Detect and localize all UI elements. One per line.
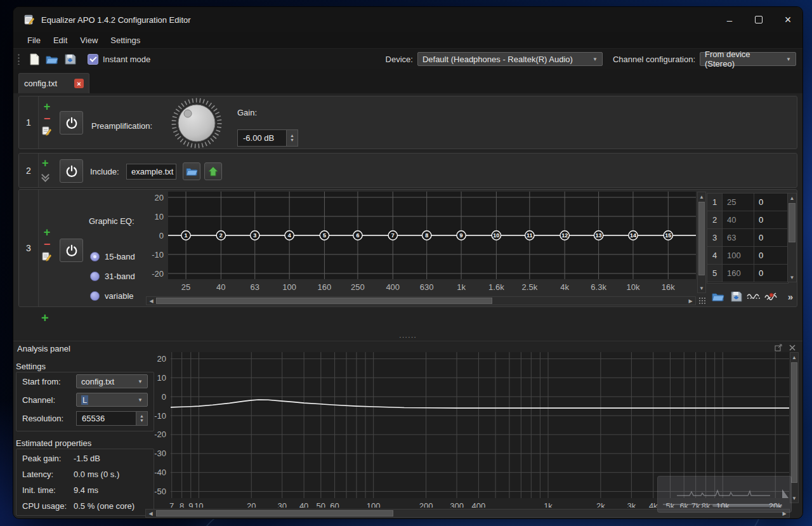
overlay-artifact: [657, 476, 792, 513]
gain-spinbox[interactable]: -6.00 dB ▲ ▼: [237, 129, 298, 147]
graphic-eq-chart[interactable]: 2540631001602504006301k1.6k2.5k4k6.3k10k…: [147, 190, 697, 294]
gain-cell[interactable]: 0: [754, 265, 787, 282]
radio-label: variable: [105, 291, 134, 301]
radio-15-band[interactable]: 15-band: [90, 252, 135, 261]
scroll-up-icon[interactable]: ▲: [698, 193, 705, 201]
scroll-up-icon[interactable]: ▲: [788, 194, 796, 202]
resize-grip[interactable]: [698, 297, 706, 305]
add-filter-button[interactable]: +: [44, 102, 51, 112]
svg-text:20: 20: [155, 193, 164, 202]
start-from-select[interactable]: config.txt ▼: [76, 374, 148, 388]
add-new-filter-button[interactable]: +: [41, 313, 49, 323]
edit-icon[interactable]: [42, 251, 52, 261]
svg-text:11: 11: [527, 232, 533, 239]
close-panel-icon[interactable]: [789, 344, 796, 352]
power-toggle-button[interactable]: [60, 239, 83, 262]
normalize-response-button[interactable]: [764, 289, 779, 304]
spinner-buttons[interactable]: ▲ ▼: [286, 130, 298, 146]
spinner-buttons[interactable]: ▲ ▼: [136, 412, 147, 425]
remove-filter-button[interactable]: −: [44, 240, 51, 249]
row-number[interactable]: 1: [19, 96, 39, 148]
maximize-button[interactable]: [744, 7, 773, 32]
gain-cell[interactable]: 0: [754, 247, 787, 264]
table-row[interactable]: 3 63 0: [707, 229, 788, 247]
svg-text:40: 40: [216, 282, 225, 292]
menu-edit[interactable]: Edit: [47, 34, 74, 47]
smooth-response-button[interactable]: [746, 289, 761, 304]
export-eq-file-button[interactable]: [728, 289, 743, 304]
config-home-button[interactable]: [204, 162, 222, 180]
browse-file-button[interactable]: [183, 162, 200, 180]
svg-text:2k: 2k: [596, 501, 605, 508]
close-button[interactable]: ×: [773, 7, 802, 32]
tab-close-button[interactable]: ×: [74, 79, 84, 88]
frequency-cell[interactable]: 100: [723, 247, 754, 264]
svg-text:1k: 1k: [457, 282, 466, 292]
menu-view[interactable]: View: [74, 34, 104, 47]
add-filter-button[interactable]: +: [42, 158, 49, 168]
toolbar-grip[interactable]: [17, 53, 20, 65]
gain-cell[interactable]: 0: [754, 229, 787, 246]
channel-config-select[interactable]: From device (Stereo) ▼: [700, 52, 796, 66]
table-vertical-scrollbar[interactable]: ▲ ▼: [787, 193, 797, 282]
power-toggle-button[interactable]: [60, 111, 83, 135]
float-panel-icon[interactable]: [775, 344, 782, 352]
channel-config-label: Channel configuration:: [613, 55, 695, 64]
power-toggle-button[interactable]: [60, 159, 83, 183]
remove-filter-button[interactable]: −: [44, 114, 51, 123]
eq-vertical-scrollbar[interactable]: ▲ ▼: [697, 192, 706, 293]
row-header: 1: [707, 194, 723, 211]
svg-text:14: 14: [630, 232, 636, 239]
device-select[interactable]: Default (Headphones - Realtek(R) Audio) …: [417, 52, 603, 66]
row-number[interactable]: 3: [19, 190, 39, 306]
frequency-cell[interactable]: 25: [723, 194, 754, 211]
scroll-right-icon[interactable]: ▶: [686, 297, 695, 305]
include-filename: example.txt: [131, 167, 173, 176]
gain-cell[interactable]: 0: [754, 211, 787, 228]
scrollbar-thumb[interactable]: [156, 298, 492, 304]
menu-settings[interactable]: Settings: [104, 34, 147, 47]
import-eq-file-button[interactable]: [710, 289, 726, 304]
collapse-chevrons-icon[interactable]: [43, 172, 48, 181]
table-row[interactable]: 4 100 0: [707, 247, 788, 265]
svg-text:400: 400: [386, 282, 400, 292]
menu-file[interactable]: File: [21, 34, 47, 47]
gain-cell[interactable]: 0: [754, 194, 787, 211]
scroll-up-icon[interactable]: ▲: [790, 353, 798, 361]
open-file-button[interactable]: [46, 53, 58, 65]
more-tools-button[interactable]: »: [783, 289, 798, 304]
scrollbar-thumb[interactable]: [156, 510, 393, 516]
scroll-left-icon[interactable]: ◀: [147, 297, 155, 305]
svg-text:40: 40: [299, 501, 308, 508]
new-file-button[interactable]: [28, 53, 41, 65]
scroll-down-icon[interactable]: ▼: [698, 284, 705, 292]
resolution-spinbox[interactable]: 65536 ▲ ▼: [76, 411, 148, 426]
scroll-left-icon[interactable]: ◀: [147, 510, 155, 517]
scroll-down-icon[interactable]: ▼: [788, 273, 796, 281]
minimize-button[interactable]: –: [715, 7, 744, 32]
eq-horizontal-scrollbar[interactable]: ◀ ▶: [146, 296, 696, 305]
panel-splitter[interactable]: ······: [13, 333, 802, 341]
add-filter-button[interactable]: +: [44, 227, 51, 237]
radio-variable[interactable]: variable: [90, 291, 134, 301]
table-row[interactable]: 2 40 0: [707, 211, 788, 229]
frequency-cell[interactable]: 40: [723, 211, 754, 228]
gain-knob[interactable]: [170, 96, 223, 150]
save-button[interactable]: [63, 53, 76, 65]
frequency-cell[interactable]: 160: [723, 265, 754, 282]
radio-31-band[interactable]: 31-band: [90, 272, 135, 281]
scrollbar-thumb[interactable]: [789, 203, 796, 242]
scrollbar-thumb[interactable]: [698, 202, 705, 275]
table-row[interactable]: 1 25 0: [707, 194, 788, 211]
scrollbar-thumb[interactable]: [791, 362, 797, 483]
channel-select[interactable]: L ▼: [76, 393, 148, 407]
frequency-cell[interactable]: 63: [723, 229, 754, 246]
instant-mode-checkbox[interactable]: [88, 54, 98, 65]
svg-text:7: 7: [169, 501, 174, 508]
include-filename-input[interactable]: example.txt: [126, 164, 176, 180]
table-row[interactable]: 5 160 0: [707, 265, 788, 282]
edit-icon[interactable]: [42, 126, 52, 136]
svg-text:630: 630: [420, 282, 434, 292]
tab-config-txt[interactable]: config.txt ×: [18, 73, 89, 93]
row-number[interactable]: 2: [19, 154, 39, 187]
